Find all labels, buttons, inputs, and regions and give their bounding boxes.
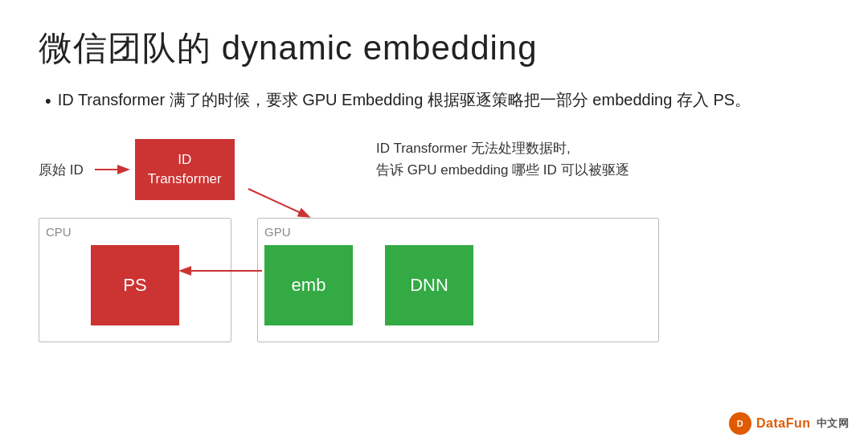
boxes-row: CPU PS GPU emb DNN: [39, 218, 829, 342]
id-transformer-box: IDTransformer: [135, 139, 235, 200]
id-transformer-label: IDTransformer: [148, 150, 222, 189]
left-flow: 原始 ID IDTransformer: [39, 137, 376, 202]
bullet-dot: •: [45, 87, 51, 115]
yuanshi-arrow: [93, 162, 132, 178]
bullet-text: ID Transformer 满了的时候，要求 GPU Embedding 根据…: [58, 87, 751, 113]
annotation-line1: ID Transformer 无法处理数据时,: [376, 137, 778, 159]
emb-box: emb: [264, 245, 353, 325]
slide: 微信团队的 dynamic embedding • ID Transformer…: [0, 0, 868, 446]
gpu-inner-row: emb DNN: [264, 245, 652, 325]
watermark-cn: 中文网: [817, 416, 850, 431]
annotation-line2: 告诉 GPU embedding 哪些 ID 可以被驱逐: [376, 159, 778, 181]
label-yuanshi: 原始 ID: [39, 161, 84, 179]
watermark: D DataFun 中文网: [729, 412, 849, 435]
ps-box: PS: [91, 245, 179, 325]
watermark-icon: D: [729, 412, 751, 435]
ps-label: PS: [123, 275, 146, 296]
gpu-container: GPU emb DNN: [257, 218, 659, 342]
annotation-text: ID Transformer 无法处理数据时, 告诉 GPU embedding…: [376, 137, 778, 181]
dnn-label: DNN: [410, 275, 448, 296]
dnn-box: DNN: [385, 245, 473, 325]
emb-label: emb: [292, 275, 326, 296]
diagram-area: 原始 ID IDTransformer ID Transformer 无法处理数…: [39, 137, 829, 346]
bullet-item: • ID Transformer 满了的时候，要求 GPU Embedding …: [45, 87, 829, 115]
cpu-label: CPU: [46, 225, 224, 239]
cpu-container: CPU PS: [39, 218, 231, 342]
watermark-logo: D DataFun 中文网: [729, 412, 849, 435]
gpu-label: GPU: [264, 225, 652, 239]
slide-title: 微信团队的 dynamic embedding: [39, 26, 829, 71]
watermark-text: DataFun: [756, 416, 811, 431]
bullet-section: • ID Transformer 满了的时候，要求 GPU Embedding …: [39, 87, 829, 115]
